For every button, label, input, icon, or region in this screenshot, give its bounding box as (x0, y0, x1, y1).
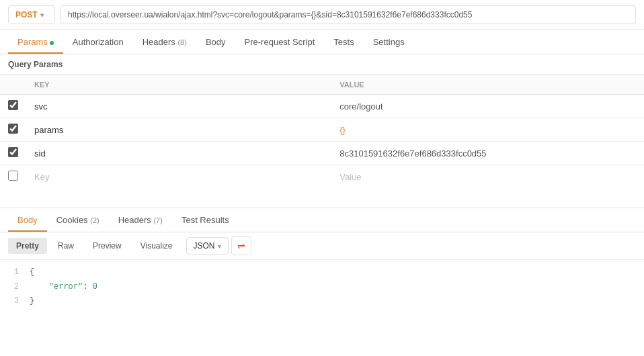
row1-checkbox-cell (0, 95, 26, 118)
placeholder-value-cell: Value (331, 165, 644, 189)
row2-key: params (26, 118, 331, 142)
bottom-tabs: Body Cookies (2) Headers (7) Test Result… (0, 208, 644, 232)
row1-value: core/logout (331, 95, 644, 118)
row2-value: {} (331, 118, 644, 142)
json-dropdown[interactable]: JSON ▾ (186, 237, 229, 255)
placeholder-checkbox[interactable] (8, 171, 18, 181)
row3-checkbox[interactable] (8, 147, 18, 157)
pretty-button[interactable]: Pretty (8, 238, 47, 254)
col-key: KEY (26, 75, 331, 95)
code-line-1: 1 { (8, 265, 636, 280)
method-selector[interactable]: POST ▾ (8, 5, 55, 24)
table-row: params {} (0, 118, 644, 142)
section-divider (0, 188, 644, 208)
col-check (0, 75, 26, 95)
row2-checkbox[interactable] (8, 124, 18, 134)
bottom-tab-body[interactable]: Body (8, 208, 47, 232)
wrap-button[interactable]: ⇌ (231, 236, 251, 255)
preview-button[interactable]: Preview (85, 238, 130, 254)
bottom-tab-test-results[interactable]: Test Results (172, 208, 239, 232)
params-dot (50, 41, 54, 45)
method-label: POST (15, 10, 38, 19)
tab-settings[interactable]: Settings (364, 30, 414, 54)
bottom-tab-headers[interactable]: Headers (7) (109, 208, 172, 232)
raw-button[interactable]: Raw (50, 238, 82, 254)
placeholder-checkbox-cell (0, 165, 26, 189)
placeholder-key-cell: Key (26, 165, 331, 189)
tab-params[interactable]: Params (8, 30, 63, 54)
top-tabs: Params Authorization Headers (8) Body Pr… (0, 30, 644, 54)
visualize-button[interactable]: Visualize (132, 238, 181, 254)
json-label: JSON (194, 241, 215, 251)
row1-checkbox[interactable] (8, 100, 18, 110)
tab-headers[interactable]: Headers (8) (133, 30, 196, 54)
method-chevron-icon: ▾ (40, 11, 44, 19)
row3-key: sid (26, 142, 331, 165)
wrap-icon: ⇌ (237, 240, 245, 251)
table-row: sid 8c3101591632f6e7ef686d333fcc0d55 (0, 142, 644, 165)
tab-pre-request-script[interactable]: Pre-request Script (235, 30, 325, 54)
url-bar: POST ▾ (0, 0, 644, 30)
tab-authorization[interactable]: Authorization (63, 30, 133, 54)
bottom-tab-cookies[interactable]: Cookies (2) (47, 208, 109, 232)
url-input[interactable] (61, 5, 636, 24)
row3-checkbox-cell (0, 142, 26, 165)
tab-tests[interactable]: Tests (324, 30, 363, 54)
table-row: svc core/logout (0, 95, 644, 118)
col-value: VALUE (331, 75, 644, 95)
code-line-2: 2 "error": 0 (8, 280, 636, 295)
tab-body[interactable]: Body (196, 30, 235, 54)
json-chevron-icon: ▾ (218, 242, 221, 250)
row2-checkbox-cell (0, 118, 26, 142)
table-row-placeholder: Key Value (0, 165, 644, 189)
code-area: 1 { 2 "error": 0 3 } (0, 260, 644, 314)
row3-value: 8c3101591632f6e7ef686d333fcc0d55 (331, 142, 644, 165)
params-table: KEY VALUE svc core/logout params {} sid (0, 75, 644, 188)
query-params-label: Query Params (0, 54, 644, 75)
code-line-3: 3 } (8, 294, 636, 309)
row1-key: svc (26, 95, 331, 118)
format-bar: Pretty Raw Preview Visualize JSON ▾ ⇌ (0, 232, 644, 260)
